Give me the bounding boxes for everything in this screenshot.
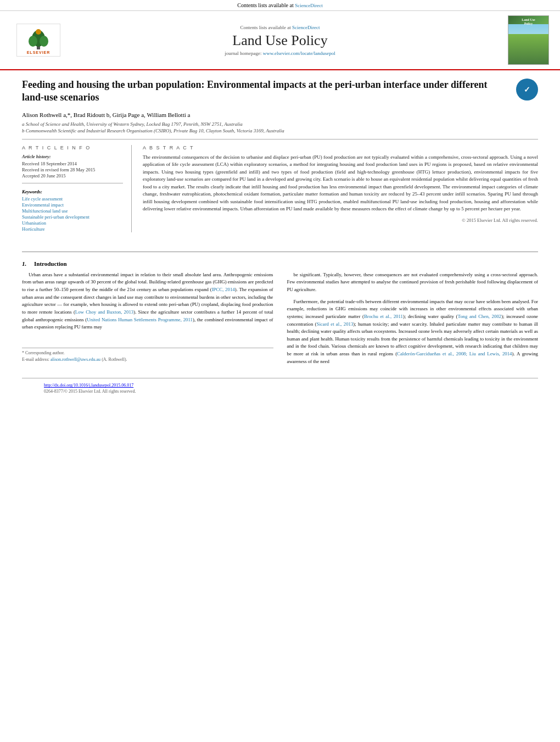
cover-landscape [508, 34, 548, 64]
email-link[interactable]: alison.rothwell@uws.edu.au [51, 357, 100, 362]
body-col-left: Urban areas have a substantial environme… [22, 271, 273, 370]
body-text-right: be significant. Typically, however, thes… [287, 271, 539, 366]
abstract-col: A B S T R A C T The environmental conseq… [143, 145, 538, 232]
revised-date: Received in revised form 28 May 2015 [22, 167, 123, 172]
keyword-1: Life cycle assessment [22, 196, 123, 202]
email-label: E-mail address: [22, 357, 49, 362]
affiliations: a School of Science and Health, Universi… [22, 121, 538, 133]
received-date: Received 18 September 2014 [22, 161, 123, 166]
doi-line: http://dx.doi.org/10.1016/j.landusepol.2… [44, 383, 516, 388]
cover-title: Land Use Policy [522, 18, 535, 26]
header-main: ELSEVIER Contents lists available at Sci… [0, 11, 560, 70]
ref-calderon[interactable]: Calderón-Garcidueñas et al., 2008; Liu a… [397, 351, 512, 356]
body-text-left: Urban areas have a substantial environme… [22, 271, 273, 331]
keyword-3: Multifunctional land use [22, 208, 123, 214]
issn-line: 0264-8377/© 2015 Elsevier Ltd. All right… [44, 389, 516, 394]
ref-lowchoy[interactable]: Low Choy and Buxton, 2013 [75, 309, 133, 315]
abstract-text: The environmental consequences of the de… [143, 154, 538, 213]
elsevier-logo-area: ELSEVIER [11, 24, 66, 57]
svg-point-3 [40, 36, 48, 47]
keyword-6: Horticulture [22, 226, 123, 232]
article-content: Feeding and housing the urban population… [0, 70, 560, 252]
keywords-title: Keywords: [22, 189, 123, 194]
svg-text:✓: ✓ [524, 85, 530, 94]
journal-url[interactable]: www.elsevier.com/locate/landusepol [263, 51, 335, 56]
journal-cover-area: Land Use Policy [494, 15, 549, 65]
email-suffix: (A. Rothwell). [102, 357, 127, 362]
sciencedirect-link-2[interactable]: ScienceDirect [292, 25, 320, 30]
ref-unhabitat[interactable]: United Nations Human Settlements Program… [87, 317, 193, 322]
article-info-header: A R T I C L E I N F O [22, 145, 123, 150]
journal-header-center: Contents lists available at ScienceDirec… [66, 25, 494, 56]
main-body: 1. Introduction Urban areas have a subst… [0, 252, 560, 399]
abstract-body: The environmental consequences of the de… [143, 154, 538, 212]
footnote-text: Corresponding author. [25, 350, 65, 355]
header-top-bar: Contents lists available at ScienceDirec… [0, 0, 560, 11]
article-title: Feeding and housing the urban population… [22, 79, 516, 104]
accepted-date: Accepted 20 June 2015 [22, 173, 123, 178]
abstract-header: A B S T R A C T [143, 145, 538, 150]
body-col-right: be significant. Typically, however, thes… [287, 271, 539, 370]
contents-text: Contents lists available at [237, 2, 293, 8]
elsevier-tree-svg [25, 27, 52, 51]
contents-label: Contents lists available at [240, 25, 291, 30]
keyword-4: Sustainable peri-urban development [22, 214, 123, 220]
body-para-2: be significant. Typically, however, thes… [287, 271, 539, 294]
ref-sicard[interactable]: Sicard et al., 2013 [317, 321, 354, 327]
page-footer: http://dx.doi.org/10.1016/j.landusepol.2… [22, 378, 538, 398]
info-abstract-section: A R T I C L E I N F O Article history: R… [22, 139, 538, 232]
affiliation-a: a School of Science and Health, Universi… [22, 121, 538, 127]
svg-point-2 [29, 36, 37, 47]
keyword-5: Urbanisation [22, 220, 123, 226]
history-title: Article history: [22, 154, 123, 159]
journal-title: Land Use Policy [66, 32, 494, 49]
elsevier-logo: ELSEVIER [16, 24, 60, 57]
copyright-line: © 2015 Elsevier Ltd. All rights reserved… [143, 217, 538, 223]
authors-text: Alison Rothwell a,*, Brad Ridoutt b, Gir… [22, 111, 190, 118]
doi-link[interactable]: http://dx.doi.org/10.1016/j.landusepol.2… [44, 383, 133, 388]
article-history: Article history: Received 18 September 2… [22, 154, 123, 178]
body-divider [22, 252, 538, 252]
contents-available-line: Contents lists available at ScienceDirec… [66, 25, 494, 30]
section1-title: 1. Introduction [22, 260, 538, 267]
section1-label: Introduction [34, 260, 67, 267]
info-divider [22, 183, 123, 183]
article-title-section: Feeding and housing the urban population… [22, 79, 538, 107]
footnote-corresponding: * Corresponding author. [22, 350, 273, 355]
section1-body: Urban areas have a substantial environme… [22, 271, 538, 370]
footnote-symbol: * [22, 350, 24, 355]
section1-num: 1. [22, 260, 26, 267]
ref-brochu[interactable]: Brochu et al., 2011 [364, 314, 403, 319]
keywords-section: Keywords: Life cycle assessment Environm… [22, 189, 123, 232]
ref-ipcc[interactable]: IPCC, 2014 [212, 287, 235, 292]
footnote-area: * Corresponding author. E-mail address: … [22, 348, 273, 362]
body-para-3: Furthermore, the potential trade-offs be… [287, 298, 539, 366]
svg-point-4 [36, 29, 41, 35]
body-para-1: Urban areas have a substantial environme… [22, 271, 273, 331]
ref-tong[interactable]: Tong and Chen, 2002 [457, 314, 501, 319]
keyword-2: Environmental impact [22, 202, 123, 208]
page: Contents lists available at ScienceDirec… [0, 0, 560, 742]
journal-cover-image: Land Use Policy [508, 15, 549, 65]
affiliation-b: b Commonwealth Scientific and Industrial… [22, 128, 538, 133]
footnote-email: E-mail address: alison.rothwell@uws.edu.… [22, 357, 273, 362]
authors-line: Alison Rothwell a,*, Brad Ridoutt b, Gir… [22, 111, 538, 118]
crossmark-icon: ✓ [519, 81, 535, 98]
homepage-label: journal homepage: [225, 51, 261, 56]
sciencedirect-link[interactable]: ScienceDirect [295, 3, 322, 8]
crossmark-badge: ✓ [516, 79, 538, 101]
journal-homepage: journal homepage: www.elsevier.com/locat… [66, 51, 494, 56]
article-info-col: A R T I C L E I N F O Article history: R… [22, 145, 132, 232]
